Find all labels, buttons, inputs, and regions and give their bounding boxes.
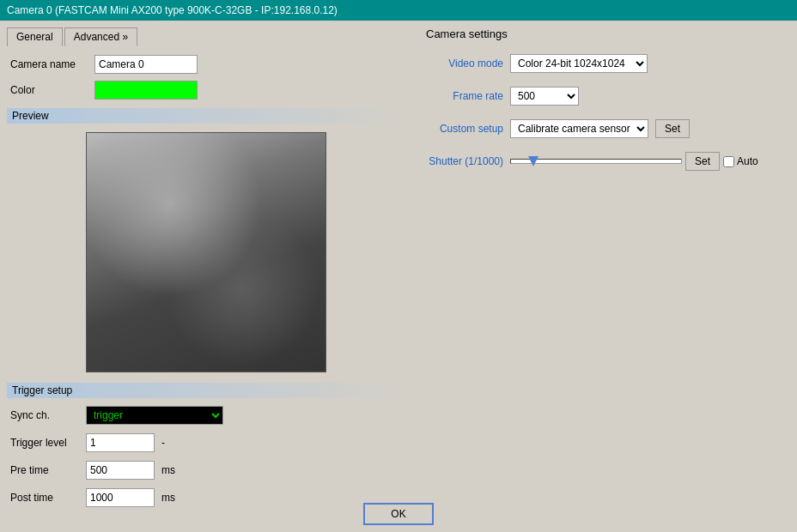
tab-general[interactable]: General [7, 27, 63, 46]
tab-advanced[interactable]: Advanced » [64, 27, 137, 46]
bottom-bar: OK [0, 503, 797, 525]
color-swatch[interactable] [94, 81, 198, 100]
auto-checkbox-group: Auto [723, 155, 758, 167]
video-mode-row: Video mode Color 24-bit 1024x1024 [426, 54, 783, 73]
preview-area [7, 132, 405, 372]
pre-time-row: Pre time ms [7, 458, 405, 482]
frame-rate-label: Frame rate [426, 90, 503, 102]
post-time-unit: ms [161, 492, 175, 504]
auto-checkbox[interactable] [723, 156, 734, 167]
camera-settings-title: Camera settings [426, 27, 783, 40]
title-text: Camera 0 (FASTCAM Mini AX200 type 900K-C… [7, 4, 338, 16]
trigger-level-input[interactable] [86, 433, 155, 452]
camera-name-label: Camera name [10, 58, 88, 70]
trigger-section-header: Trigger setup [7, 383, 405, 398]
camera-name-row: Camera name [7, 53, 405, 76]
frame-rate-select[interactable]: 500 [510, 87, 579, 106]
custom-setup-select[interactable]: Calibrate camera sensor [510, 119, 648, 138]
camera-name-input[interactable] [94, 55, 198, 74]
right-panel: Camera settings Video mode Color 24-bit … [412, 21, 797, 532]
sync-ch-label: Sync ch. [10, 409, 79, 421]
shutter-set-button[interactable]: Set [685, 152, 720, 171]
preview-image [86, 132, 326, 372]
post-time-label: Post time [10, 492, 79, 504]
shutter-slider-container: Set Auto [510, 152, 783, 171]
pre-time-label: Pre time [10, 464, 79, 476]
video-mode-label: Video mode [426, 57, 503, 70]
frame-rate-row: Frame rate 500 [426, 87, 783, 106]
preview-section-header: Preview [7, 108, 405, 124]
trigger-level-label: Trigger level [10, 437, 79, 449]
pre-time-unit: ms [161, 464, 175, 476]
custom-setup-row: Custom setup Calibrate camera sensor Set [426, 119, 783, 138]
color-label: Color [10, 84, 88, 96]
video-mode-select[interactable]: Color 24-bit 1024x1024 [510, 54, 648, 73]
ok-button[interactable]: OK [363, 503, 433, 525]
custom-setup-set-button[interactable]: Set [655, 119, 690, 138]
sync-ch-select[interactable]: trigger [86, 406, 223, 425]
title-bar: Camera 0 (FASTCAM Mini AX200 type 900K-C… [0, 0, 797, 21]
auto-label: Auto [737, 155, 758, 167]
tabs: General Advanced » [7, 27, 405, 46]
shutter-label: Shutter (1/1000) [426, 155, 503, 167]
pre-time-input[interactable] [86, 461, 155, 480]
custom-setup-label: Custom setup [426, 123, 503, 135]
left-panel: General Advanced » Camera name Color Pre… [0, 21, 412, 532]
trigger-level-suffix: - [161, 437, 165, 449]
trigger-level-row: Trigger level - [7, 431, 405, 455]
shutter-slider-thumb [528, 156, 538, 166]
sync-ch-row: Sync ch. trigger [7, 403, 405, 427]
shutter-row: Shutter (1/1000) Set Auto [426, 152, 783, 171]
color-row: Color [7, 79, 405, 101]
shutter-slider-track[interactable] [510, 159, 682, 164]
